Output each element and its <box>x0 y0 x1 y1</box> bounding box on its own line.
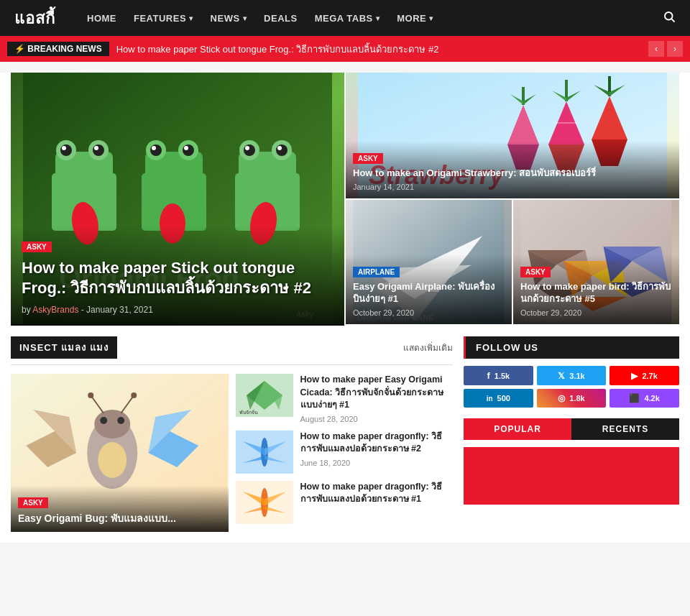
insect-item-2-title: How to make paper dragonfly: วิธีการพับแ… <box>300 431 454 456</box>
svg-point-82 <box>88 392 93 398</box>
insect-item-1-title: How to make paper Easy Origami Cicada: ว… <box>300 374 454 412</box>
linkedin-count: 500 <box>497 394 510 403</box>
svg-point-16 <box>150 144 162 156</box>
svg-point-83 <box>131 392 137 398</box>
hero-airplane-category: AIRPLANE <box>353 267 400 277</box>
insect-featured-category: ASKY <box>18 497 48 508</box>
insect-item-3-title: How to make paper dragonfly: วิธีการพับแ… <box>300 481 454 506</box>
hero-main-title: How to make paper Stick out tongue Frog.… <box>22 258 334 299</box>
insect-list-item[interactable]: พับจักจั่น How to make paper Easy Origam… <box>236 374 454 423</box>
svg-point-8 <box>93 144 104 156</box>
insect-featured-article[interactable]: ASKY Easy Origami Bug: พับแมลงแบบ... <box>11 374 229 532</box>
linkedin-icon: in <box>487 395 493 403</box>
svg-point-18 <box>152 146 156 150</box>
hero-main-author[interactable]: AskyBrands <box>32 305 78 315</box>
nav-more[interactable]: MORE ▾ <box>390 0 441 36</box>
insect-item-1-text: How to make paper Easy Origami Cicada: ว… <box>300 374 454 423</box>
svg-point-0 <box>665 12 673 20</box>
hero-section: Origami Frog Asky ASKY How to make paper… <box>11 73 679 326</box>
insect-thumb-3 <box>236 481 293 524</box>
nav-deals[interactable]: DEALS <box>257 0 305 36</box>
hero-bird-title: How to make paper bird: วิธีการพับนกด้วย… <box>520 281 672 305</box>
nav-home[interactable]: HOME <box>80 0 124 36</box>
nav-mega-tabs[interactable]: MEGA TABS ▾ <box>308 0 387 36</box>
dragonfly2-thumb <box>236 481 293 524</box>
youtube-button[interactable]: ▶ 2.7k <box>610 366 679 385</box>
instagram-button[interactable]: ◎ 1.8k <box>537 389 607 408</box>
hero-bird-date: October 29, 2020 <box>520 308 672 317</box>
nav-features[interactable]: FEATURES ▾ <box>126 0 201 36</box>
insect-featured-overlay: ASKY Easy Origami Bug: พับแมลงแบบ... <box>11 485 229 532</box>
hero-main-category: ASKY <box>22 242 52 252</box>
twitter-count: 3.1k <box>569 372 584 380</box>
main-wrapper: Origami Frog Asky ASKY How to make paper… <box>0 73 690 543</box>
svg-point-7 <box>60 144 72 156</box>
insect-item-3-text: How to make paper dragonfly: วิธีการพับแ… <box>300 481 454 509</box>
youtube-count: 2.7k <box>642 372 657 380</box>
insect-section: INSECT แมลง แมง แสดงเพิ่มเติม <box>11 336 453 532</box>
site-logo[interactable]: แอสกี้ <box>14 6 55 31</box>
hero-main-article[interactable]: Origami Frog Asky ASKY How to make paper… <box>11 73 344 326</box>
instagram-icon: ◎ <box>558 393 565 403</box>
breaking-prev-button[interactable]: ‹ <box>648 41 664 57</box>
recents-tab[interactable]: RECENTS <box>571 418 679 440</box>
insect-list-item[interactable]: How to make paper dragonfly: วิธีการพับแ… <box>236 481 454 524</box>
hero-top-right-article[interactable]: Strawberry ASKY How to make an Origami S… <box>346 73 679 198</box>
social-grid: f 1.5k 𝕏 3.1k ▶ 2.7k <box>464 366 679 385</box>
follow-us-header: FOLLOW US <box>464 336 679 359</box>
svg-point-28 <box>277 146 282 150</box>
more-arrow: ▾ <box>429 14 433 22</box>
search-icon[interactable] <box>663 10 676 27</box>
insect-more-link[interactable]: แสดงเพิ่มเติม <box>403 341 453 354</box>
hero-main-separator: - <box>81 305 86 315</box>
facebook-icon: f <box>487 370 489 381</box>
linkedin-button[interactable]: in 500 <box>464 389 533 408</box>
hero-bird-article[interactable]: ORIGAMI BIRD ASKY How to make paper bird… <box>513 200 679 324</box>
hero-main-meta: by AskyBrands - January 31, 2021 <box>22 305 334 315</box>
twitter-button[interactable]: 𝕏 3.1k <box>537 366 607 385</box>
features-arrow: ▾ <box>189 14 193 22</box>
svg-point-27 <box>245 146 249 150</box>
insect-featured-title: Easy Origami Bug: พับแมลงแบบ... <box>18 512 221 525</box>
svg-point-10 <box>94 146 98 150</box>
hero-airplane-date: October 29, 2020 <box>353 308 505 317</box>
insect-thumb-1: พับจักจั่น <box>236 374 293 417</box>
facebook-count: 1.5k <box>494 372 510 380</box>
navbar: แอสกี้ HOME FEATURES ▾ NEWS ▾ DEALS MEGA… <box>0 0 690 36</box>
insect-list: พับจักจั่น How to make paper Easy Origam… <box>236 374 454 532</box>
insect-section-title: INSECT แมลง แมง <box>11 336 117 359</box>
content-area: INSECT แมลง แมง แสดงเพิ่มเติม <box>0 333 690 543</box>
hero-top-right-date: January 14, 2021 <box>353 183 672 191</box>
hero-bird-overlay: ASKY How to make paper bird: วิธีการพับน… <box>513 254 679 324</box>
nav-news[interactable]: NEWS ▾ <box>203 0 254 36</box>
svg-point-77 <box>94 410 130 438</box>
svg-point-78 <box>100 417 107 424</box>
news-arrow: ▾ <box>243 14 247 22</box>
popular-tab[interactable]: POPULAR <box>464 418 571 440</box>
facebook-button[interactable]: f 1.5k <box>464 366 533 385</box>
svg-point-9 <box>62 146 66 150</box>
hero-airplane-title: Easy Origami Airplane: พับเครื่องบินง่าย… <box>353 281 505 305</box>
hero-main-date: January 31, 2021 <box>86 305 153 315</box>
twitch-count: 4.2k <box>644 394 659 403</box>
svg-line-1 <box>671 19 674 22</box>
svg-point-19 <box>184 146 188 150</box>
insect-grid: ASKY Easy Origami Bug: พับแมลงแบบ... <box>11 374 453 532</box>
svg-text:พับจักจั่น: พับจักจั่น <box>239 409 258 415</box>
insect-list-item[interactable]: How to make paper dragonfly: วิธีการพับแ… <box>236 431 454 474</box>
hero-bird-category: ASKY <box>520 267 551 277</box>
twitch-button[interactable]: ⬛ 4.2k <box>610 389 679 408</box>
breaking-next-button[interactable]: › <box>667 41 683 57</box>
svg-point-25 <box>244 144 255 156</box>
follow-section: FOLLOW US f 1.5k 𝕏 3.1k ▶ 2.7k <box>464 336 679 408</box>
svg-point-17 <box>183 144 194 156</box>
twitch-icon: ⬛ <box>629 393 640 403</box>
breaking-news-nav: ‹ › <box>648 41 683 57</box>
svg-point-84 <box>98 442 126 478</box>
insect-section-header: INSECT แมลง แมง แสดงเพิ่มเติม <box>11 336 453 365</box>
sidebar: FOLLOW US f 1.5k 𝕏 3.1k ▶ 2.7k <box>464 336 679 532</box>
hero-top-right-overlay: ASKY How to make an Origami Strawberry: … <box>346 141 679 198</box>
insect-item-2-date: June 18, 2020 <box>300 459 454 467</box>
hero-airplane-article[interactable]: ORIGAMI AIRPLANE AIRPLANE Easy Origami A… <box>346 200 512 324</box>
popular-recents-tabs: POPULAR RECENTS <box>464 418 679 440</box>
